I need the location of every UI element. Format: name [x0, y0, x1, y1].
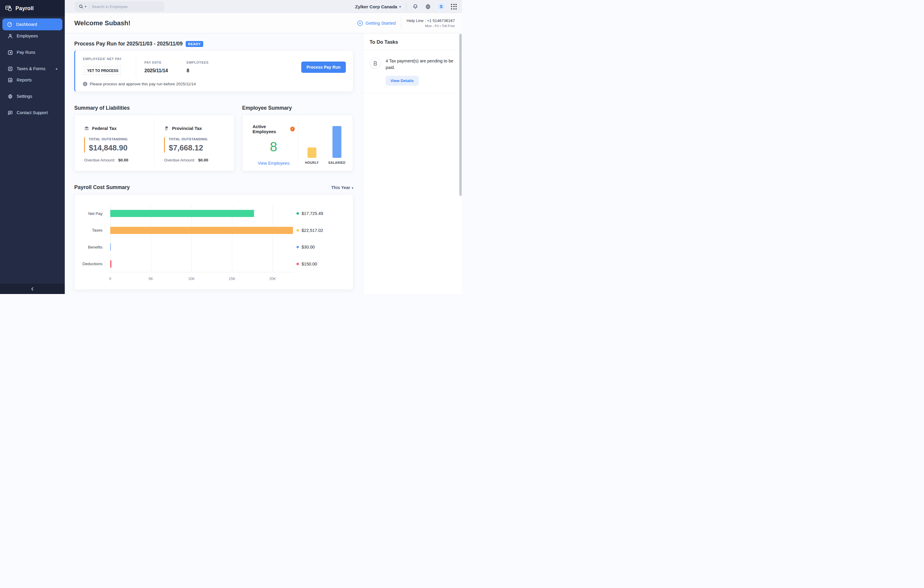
provincial-tax-name: Provincial Tax	[172, 126, 202, 131]
getting-started-label: Getting Started	[366, 20, 396, 26]
chevron-down-icon: ▾	[352, 187, 353, 190]
info-icon: i	[83, 82, 87, 86]
salaried-label: SALARIED	[328, 161, 345, 164]
todo-item: 4 Tax payment(s) are pending to be paid.…	[363, 50, 462, 93]
payroll-dashboard: Payroll Dashboard Employees	[0, 0, 462, 294]
sidebar-item-dashboard[interactable]: Dashboard	[2, 18, 63, 30]
employee-summary-card: Active Employees ! 8 View Employees	[242, 115, 353, 171]
hourly-label: HOURLY	[305, 161, 319, 164]
settings-button[interactable]	[424, 3, 431, 10]
sidebar-item-label: Contact Support	[16, 110, 48, 115]
hourly-bar-group: HOURLY	[305, 147, 319, 164]
sidebar-item-label: Reports	[16, 78, 32, 83]
sidebar-collapse-button[interactable]	[0, 283, 65, 294]
process-pay-run-button[interactable]: Process Pay Run	[301, 61, 346, 73]
gear-icon	[425, 3, 431, 10]
legend-item: $30.00	[297, 244, 346, 249]
app-title: Payroll	[15, 5, 33, 12]
legend-dot-icon	[297, 212, 299, 215]
main-area: ▼ Zylker Corp Canada ▾	[65, 0, 462, 294]
warning-icon[interactable]: !	[290, 127, 295, 131]
net-pay-bar	[110, 210, 254, 217]
sidebar: Payroll Dashboard Employees	[0, 0, 65, 294]
pay-date-value: 2025/11/14	[144, 68, 186, 73]
active-employees-block: Active Employees ! 8 View Employees	[243, 115, 298, 171]
settings-icon	[7, 93, 13, 99]
hourly-bar	[307, 147, 317, 158]
legend-dot-icon	[297, 263, 299, 265]
legend-item: $17,725.49	[297, 211, 346, 216]
sidebar-item-label: Pay Runs	[16, 50, 35, 55]
scrollbar-thumb[interactable]	[459, 34, 462, 196]
employee-type-chart: HOURLY SALARIED	[298, 115, 353, 171]
liabilities-section: Summary of Liabilities	[74, 105, 234, 171]
sidebar-item-reports[interactable]: Reports	[3, 74, 62, 86]
active-employees-label: Active Employees	[252, 124, 288, 134]
sidebar-item-settings[interactable]: Settings	[3, 91, 62, 102]
employees-icon	[7, 33, 13, 39]
pay-date-stat: PAY DATE 2025/11/14	[144, 61, 186, 73]
pay-runs-icon	[7, 50, 13, 55]
org-selector[interactable]: Zylker Corp Canada ▾	[355, 4, 401, 9]
search-icon[interactable]: ▼	[79, 4, 87, 9]
sidebar-item-label: Taxes & Forms	[16, 66, 45, 71]
search-input[interactable]	[92, 5, 160, 9]
employee-summary-title: Employee Summary	[242, 105, 353, 111]
welcome-header: Welcome Subash! Getting Started Help Lin…	[65, 13, 462, 33]
benefits-bar	[110, 243, 111, 251]
middle-row: Summary of Liabilities	[74, 105, 353, 171]
active-employees-count: 8	[252, 139, 295, 154]
payroll-logo-icon	[5, 5, 13, 12]
liabilities-title: Summary of Liabilities	[74, 105, 234, 111]
row-label: Taxes	[82, 228, 110, 233]
employees-stat: EMPLOYEES 8	[186, 61, 209, 73]
search-bar[interactable]: ▼	[75, 2, 164, 11]
view-details-button[interactable]: View Details	[386, 76, 419, 86]
reports-icon	[7, 77, 13, 83]
net-pay-value: YET TO PROCESS	[83, 64, 123, 77]
sidebar-item-label: Dashboard	[16, 22, 37, 27]
notifications-button[interactable]	[412, 3, 419, 10]
app-logo: Payroll	[0, 0, 65, 17]
sidebar-item-label: Employees	[16, 34, 38, 38]
sidebar-item-pay-runs[interactable]: Pay Runs	[3, 47, 62, 58]
apps-grid-icon[interactable]	[451, 4, 457, 10]
legend-value: $150.00	[302, 262, 317, 266]
collapse-chevron-icon	[30, 287, 35, 291]
provincial-overdue-row: Overdue Amount:$0.00	[164, 158, 227, 162]
view-employees-link[interactable]: View Employees	[252, 161, 295, 165]
help-line-hours: Mon - Fri • Toll Free	[406, 24, 455, 28]
sidebar-item-employees[interactable]: Employees	[3, 30, 62, 41]
salaried-bar	[332, 126, 342, 158]
liabilities-card: Federal Tax TOTAL OUTSTANDING $14,848.90…	[74, 115, 234, 171]
sidebar-item-taxes-forms[interactable]: Taxes & Forms ▸	[3, 63, 62, 74]
tax-task-icon	[370, 58, 381, 69]
federal-tax-name: Federal Tax	[92, 126, 117, 131]
payrun-section-header: Process Pay Run for 2025/11/03 - 2025/11…	[74, 41, 353, 47]
x-tick: 15K	[229, 277, 235, 281]
chart-row-taxes: Taxes $22,517.02	[82, 222, 346, 239]
x-tick: 20K	[269, 277, 276, 281]
deductions-bar	[110, 260, 111, 268]
chart-row-deductions: Deductions $150.00	[82, 256, 346, 273]
employee-summary-section: Employee Summary Active Employees ! 8 Vi…	[242, 105, 353, 171]
payrun-note-text: Please process and approve this pay run …	[90, 82, 196, 86]
employees-label: EMPLOYEES	[186, 61, 209, 64]
provincial-tax-block: Provincial Tax TOTAL OUTSTANDING $7,668.…	[155, 115, 234, 171]
sidebar-item-label: Settings	[16, 94, 32, 99]
legend-value: $17,725.49	[302, 211, 323, 216]
getting-started-link[interactable]: Getting Started	[357, 20, 396, 26]
sidebar-nav: Dashboard Employees Pay Runs	[0, 17, 65, 283]
legend-value: $22,517.02	[302, 228, 323, 233]
taxes-bar	[110, 227, 293, 234]
range-selector[interactable]: This Year▾	[331, 185, 353, 190]
chart-row-benefits: Benefits $30.00	[82, 239, 346, 256]
topbar-right: Zylker Corp Canada ▾ S	[355, 2, 457, 11]
row-label: Deductions	[82, 262, 110, 266]
legend-item: $150.00	[297, 262, 346, 266]
payrun-note: i Please process and approve this pay ru…	[83, 82, 346, 86]
sidebar-item-contact-support[interactable]: Contact Support	[3, 107, 62, 118]
search-divider	[89, 4, 89, 9]
avatar[interactable]: S	[437, 2, 446, 11]
stat-divider	[136, 58, 136, 77]
